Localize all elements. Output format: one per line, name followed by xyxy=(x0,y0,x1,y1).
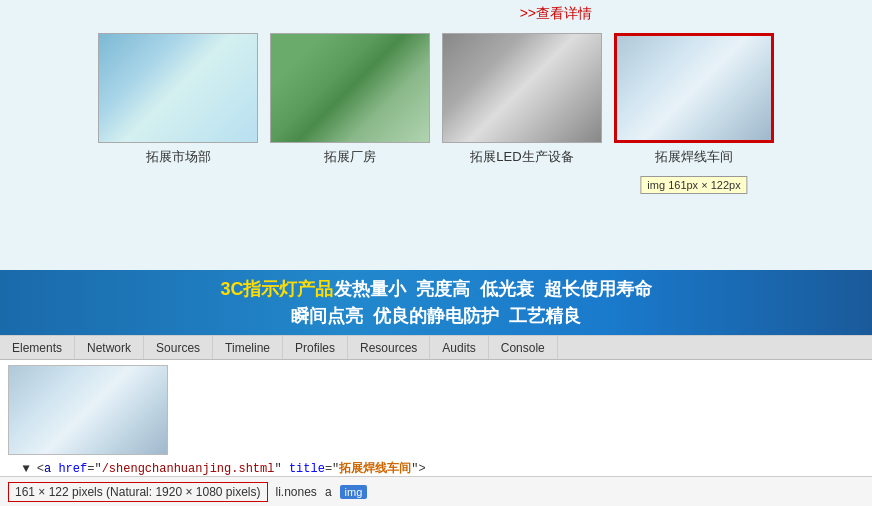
gallery-thumb-market xyxy=(98,33,258,143)
see-detail-link[interactable]: >>查看详情 xyxy=(0,0,872,23)
tab-network[interactable]: Network xyxy=(75,336,144,359)
breadcrumb-img[interactable]: img xyxy=(340,485,368,499)
devtools-tabs: Elements Network Sources Timeline Profil… xyxy=(0,336,872,360)
product-banner: 3C指示灯产品发热量小 亮度高 低光衰 超长使用寿命 瞬间点亮 优良的静电防护 … xyxy=(0,270,872,335)
gallery-thumb-led xyxy=(442,33,602,143)
devtools-code-panel: ▶ <li class=…></li> ▶ <li class=…></li> … xyxy=(0,360,872,490)
image-gallery: 拓展市场部 拓展厂房 拓展LED生产设备 拓展焊线车间 img 161px × … xyxy=(0,23,872,176)
main-content: >>查看详情 拓展市场部 拓展厂房 拓展LED生产设备 拓展焊线车间 img 1… xyxy=(0,0,872,270)
image-size-info: 161 × 122 pixels (Natural: 1920 × 1080 p… xyxy=(8,482,268,502)
tab-sources[interactable]: Sources xyxy=(144,336,213,359)
gallery-label-welding: 拓展焊线车间 xyxy=(655,148,733,166)
tab-elements[interactable]: Elements xyxy=(0,336,75,359)
gallery-thumb-welding xyxy=(614,33,774,143)
breadcrumb-li[interactable]: li.nones xyxy=(276,485,317,499)
gallery-thumb-factory xyxy=(270,33,430,143)
tab-audits[interactable]: Audits xyxy=(430,336,488,359)
tab-resources[interactable]: Resources xyxy=(348,336,430,359)
banner-text-line1: 3C指示灯产品发热量小 亮度高 低光衰 超长使用寿命 xyxy=(220,276,651,303)
img-size-tooltip: img 161px × 122px xyxy=(640,176,747,194)
devtools-panel: Elements Network Sources Timeline Profil… xyxy=(0,335,872,490)
banner-highlight: 3C指示灯产品 xyxy=(220,279,333,299)
gallery-label-factory: 拓展厂房 xyxy=(324,148,376,166)
code-preview-image xyxy=(8,365,168,455)
breadcrumb-a[interactable]: a xyxy=(325,485,332,499)
gallery-item-market[interactable]: 拓展市场部 xyxy=(98,33,258,166)
gallery-label-led: 拓展LED生产设备 xyxy=(470,148,573,166)
gallery-label-market: 拓展市场部 xyxy=(146,148,211,166)
gallery-item-welding[interactable]: 拓展焊线车间 img 161px × 122px xyxy=(614,33,774,166)
banner-text-line2: 瞬间点亮 优良的静电防护 工艺精良 xyxy=(291,303,581,330)
tab-profiles[interactable]: Profiles xyxy=(283,336,348,359)
gallery-item-factory[interactable]: 拓展厂房 xyxy=(270,33,430,166)
gallery-item-led[interactable]: 拓展LED生产设备 xyxy=(442,33,602,166)
tab-timeline[interactable]: Timeline xyxy=(213,336,283,359)
devtools-bottom-bar: 161 × 122 pixels (Natural: 1920 × 1080 p… xyxy=(0,476,872,506)
tab-console[interactable]: Console xyxy=(489,336,558,359)
